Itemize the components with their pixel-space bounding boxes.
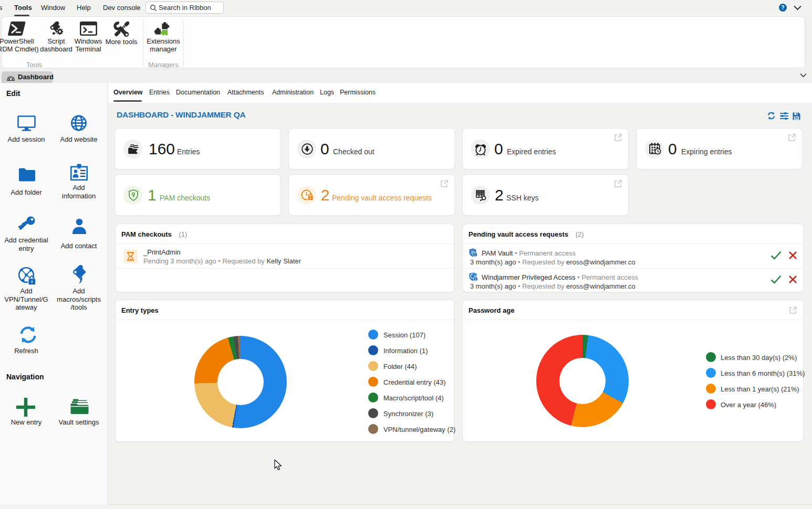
svg-text:?: ? — [781, 5, 784, 10]
